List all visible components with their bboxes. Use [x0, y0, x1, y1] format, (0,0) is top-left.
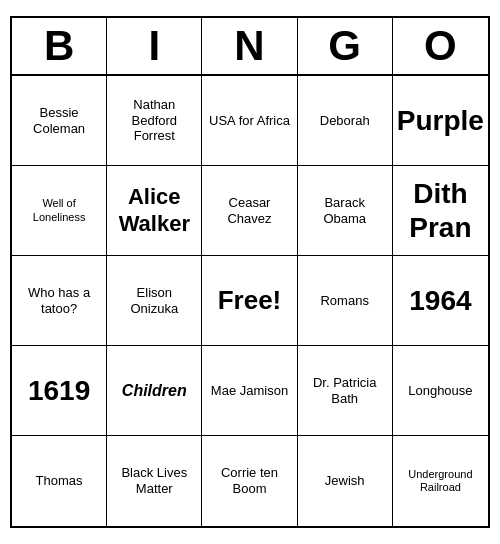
header-letter: I — [107, 18, 202, 74]
bingo-grid: Bessie ColemanNathan Bedford ForrestUSA … — [12, 76, 488, 526]
bingo-header: BINGO — [12, 18, 488, 76]
bingo-cell: Deborah — [298, 76, 393, 166]
header-letter: O — [393, 18, 488, 74]
bingo-cell: Dith Pran — [393, 166, 488, 256]
bingo-cell: 1964 — [393, 256, 488, 346]
header-letter: B — [12, 18, 107, 74]
bingo-cell: Thomas — [12, 436, 107, 526]
bingo-cell: 1619 — [12, 346, 107, 436]
bingo-cell: Children — [107, 346, 202, 436]
bingo-cell: Ceasar Chavez — [202, 166, 297, 256]
bingo-cell: Bessie Coleman — [12, 76, 107, 166]
bingo-cell: Romans — [298, 256, 393, 346]
bingo-cell: USA for Africa — [202, 76, 297, 166]
bingo-cell: Well of Loneliness — [12, 166, 107, 256]
header-letter: N — [202, 18, 297, 74]
bingo-cell: Alice Walker — [107, 166, 202, 256]
bingo-cell: Who has a tatoo? — [12, 256, 107, 346]
bingo-cell: Dr. Patricia Bath — [298, 346, 393, 436]
bingo-cell: Underground Railroad — [393, 436, 488, 526]
bingo-cell: Purple — [393, 76, 488, 166]
bingo-cell: Black Lives Matter — [107, 436, 202, 526]
bingo-cell: Barack Obama — [298, 166, 393, 256]
bingo-cell: Free! — [202, 256, 297, 346]
bingo-card: BINGO Bessie ColemanNathan Bedford Forre… — [10, 16, 490, 528]
bingo-cell: Longhouse — [393, 346, 488, 436]
bingo-cell: Elison Onizuka — [107, 256, 202, 346]
header-letter: G — [298, 18, 393, 74]
bingo-cell: Nathan Bedford Forrest — [107, 76, 202, 166]
bingo-cell: Mae Jamison — [202, 346, 297, 436]
bingo-cell: Jewish — [298, 436, 393, 526]
bingo-cell: Corrie ten Boom — [202, 436, 297, 526]
